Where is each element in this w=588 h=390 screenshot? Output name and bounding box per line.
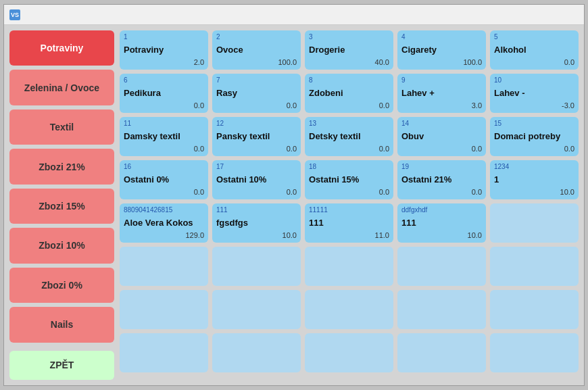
window-controls bbox=[533, 8, 579, 22]
grid-cell-5-3 bbox=[397, 247, 486, 286]
grid-area: 1Potraviny2.02Ovoce100.03Drogerie40.04Ci… bbox=[120, 30, 579, 380]
grid-cell-4-0[interactable]: 88090414268​15Aloe Vera Kokos129.0 bbox=[120, 203, 208, 243]
grid-cell-2-1[interactable]: 12Pansky textil0.0 bbox=[212, 117, 301, 156]
cell-value: 100.0 bbox=[401, 58, 482, 67]
sidebar-btn-5[interactable]: Zbozi 10% bbox=[9, 228, 114, 263]
cell-value: 40.0 bbox=[309, 58, 389, 67]
grid-row-2: 11Damsky textil0.012Pansky textil0.013De… bbox=[120, 117, 579, 156]
sidebar-btn-6[interactable]: Zbozi 0% bbox=[9, 268, 114, 303]
cell-number: 13 bbox=[309, 120, 389, 128]
maximize-button[interactable] bbox=[549, 8, 562, 22]
cell-number: 8 bbox=[309, 76, 389, 84]
cell-number: 5 bbox=[494, 33, 574, 41]
cell-name: Ostatni 0% bbox=[124, 171, 204, 188]
titlebar-left: VS bbox=[9, 9, 24, 20]
cell-number: 4 bbox=[401, 33, 482, 41]
sidebar-btn-3[interactable]: Zbozi 21% bbox=[9, 149, 114, 184]
sidebar-btn-1[interactable]: Zelenina / Ovoce bbox=[9, 70, 114, 105]
grid-cell-0-3[interactable]: 4Cigarety100.0 bbox=[397, 30, 486, 70]
cell-number: 9 bbox=[401, 76, 482, 84]
grid-cell-1-3[interactable]: 9Lahev +3.0 bbox=[397, 74, 486, 113]
cell-name: 111 bbox=[401, 214, 482, 231]
cell-value: 0.0 bbox=[124, 145, 204, 153]
cell-number: 18 bbox=[309, 163, 389, 171]
cell-name: Obuv bbox=[401, 128, 482, 145]
titlebar: VS bbox=[4, 5, 584, 25]
cell-number: 111 bbox=[216, 206, 297, 214]
sidebar-btn-2[interactable]: Textil bbox=[9, 109, 114, 145]
cell-value: 0.0 bbox=[401, 188, 482, 197]
grid-cell-5-0 bbox=[120, 247, 208, 286]
cell-value: 0.0 bbox=[124, 188, 204, 197]
grid-cell-3-4[interactable]: 1234110.0 bbox=[490, 160, 579, 199]
grid-cell-1-1[interactable]: 7Rasy0.0 bbox=[212, 74, 301, 113]
grid-cell-4-3[interactable]: ddfgxhdf11110.0 bbox=[397, 203, 486, 243]
grid-row-3: 16Ostatni 0%0.017Ostatni 10%0.018Ostatni… bbox=[120, 160, 579, 199]
cell-name: Rasy bbox=[216, 84, 297, 101]
grid-cell-2-2[interactable]: 13Detsky textil0.0 bbox=[305, 117, 393, 156]
grid-cell-3-0[interactable]: 16Ostatni 0%0.0 bbox=[120, 160, 208, 199]
grid-cell-3-1[interactable]: 17Ostatni 10%0.0 bbox=[212, 160, 301, 199]
sidebar-btn-7[interactable]: Nails bbox=[9, 307, 114, 342]
cell-value: 129.0 bbox=[124, 231, 204, 240]
minimize-button[interactable] bbox=[533, 8, 546, 22]
grid-cell-1-2[interactable]: 8Zdobeni0.0 bbox=[305, 74, 393, 113]
cell-number: 14 bbox=[401, 120, 482, 128]
grid-row-0: 1Potraviny2.02Ovoce100.03Drogerie40.04Ci… bbox=[120, 30, 579, 70]
cell-number: 17 bbox=[216, 163, 297, 171]
cell-name: Alkohol bbox=[494, 41, 574, 58]
cell-name: Pansky textil bbox=[216, 128, 297, 145]
grid-cell-0-4[interactable]: 5Alkohol0.0 bbox=[490, 30, 579, 70]
cell-name: fgsdfgs bbox=[216, 214, 297, 231]
cell-value: 0.0 bbox=[309, 101, 389, 110]
cell-name: Zdobeni bbox=[309, 84, 389, 101]
grid-row-6 bbox=[120, 290, 579, 329]
grid-cell-6-1 bbox=[212, 290, 301, 329]
cell-name: Damsky textil bbox=[124, 128, 204, 145]
cell-name: Ovoce bbox=[216, 41, 297, 58]
grid-cell-5-4 bbox=[490, 247, 579, 286]
cell-name: Pedikura bbox=[124, 84, 204, 101]
grid-cell-3-2[interactable]: 18Ostatni 15%0.0 bbox=[305, 160, 393, 199]
back-button[interactable]: ZPĚT bbox=[9, 351, 114, 380]
cell-value: -3.0 bbox=[494, 101, 574, 110]
grid-cell-2-0[interactable]: 11Damsky textil0.0 bbox=[120, 117, 208, 156]
cell-value: 10.0 bbox=[494, 188, 574, 197]
grid-cell-1-4[interactable]: 10Lahev --3.0 bbox=[490, 74, 579, 113]
cell-value: 0.0 bbox=[309, 188, 389, 197]
cell-name: Ostatni 15% bbox=[309, 171, 389, 188]
cell-name: Aloe Vera Kokos bbox=[124, 214, 204, 231]
cell-number: 2 bbox=[216, 33, 297, 41]
grid-cell-7-1 bbox=[212, 333, 301, 372]
cell-value: 100.0 bbox=[216, 58, 297, 67]
cell-value: 3.0 bbox=[401, 101, 482, 110]
grid-cell-0-0[interactable]: 1Potraviny2.0 bbox=[120, 30, 208, 70]
close-button[interactable] bbox=[565, 8, 579, 22]
cell-number: 10 bbox=[494, 76, 574, 84]
main-content: PotravinyZelenina / OvoceTextilZbozi 21%… bbox=[4, 25, 584, 385]
cell-value: 0.0 bbox=[216, 145, 297, 153]
cell-name: Potraviny bbox=[124, 41, 204, 58]
cell-number: 6 bbox=[124, 76, 204, 84]
cell-name: Drogerie bbox=[309, 41, 389, 58]
cell-number: 15 bbox=[494, 120, 574, 128]
grid-cell-4-2[interactable]: 1111111111.0 bbox=[305, 203, 393, 243]
grid-cell-0-1[interactable]: 2Ovoce100.0 bbox=[212, 30, 301, 70]
grid-row-4: 88090414268​15Aloe Vera Kokos129.0111fgs… bbox=[120, 203, 579, 243]
sidebar-btn-0[interactable]: Potraviny bbox=[9, 30, 114, 66]
grid-cell-0-2[interactable]: 3Drogerie40.0 bbox=[305, 30, 393, 70]
grid-cell-2-3[interactable]: 14Obuv0.0 bbox=[397, 117, 486, 156]
sidebar-btn-4[interactable]: Zbozi 15% bbox=[9, 189, 114, 224]
cell-name: 111 bbox=[309, 214, 389, 231]
grid-cell-3-3[interactable]: 19Ostatni 21%0.0 bbox=[397, 160, 486, 199]
cell-number: 11 bbox=[124, 120, 204, 128]
cell-name: Lahev + bbox=[401, 84, 482, 101]
grid-cell-4-1[interactable]: 111fgsdfgs10.0 bbox=[212, 203, 301, 243]
grid-cell-1-0[interactable]: 6Pedikura0.0 bbox=[120, 74, 208, 113]
grid-row-1: 6Pedikura0.07Rasy0.08Zdobeni0.09Lahev +3… bbox=[120, 74, 579, 113]
grid-cell-6-3 bbox=[397, 290, 486, 329]
grid-cell-2-4[interactable]: 15Domaci potreby0.0 bbox=[490, 117, 579, 156]
cell-number: ddfgxhdf bbox=[401, 206, 482, 214]
cell-number: 7 bbox=[216, 76, 297, 84]
cell-number: 12 bbox=[216, 120, 297, 128]
